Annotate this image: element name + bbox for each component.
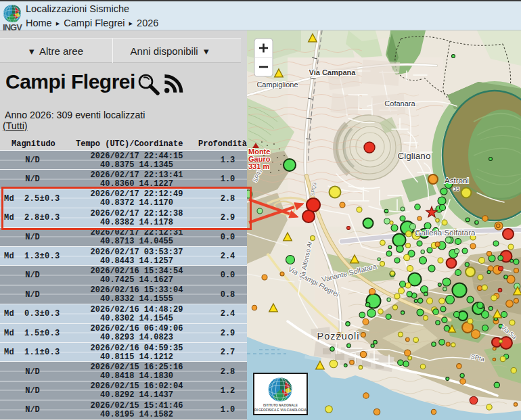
svg-text:Pozzuoli: Pozzuoli [317, 331, 360, 342]
svg-text:Galleria Solfatara: Galleria Solfatara [415, 229, 476, 237]
svg-text:Cigliano: Cigliano [398, 151, 431, 161]
svg-text:Cofanara: Cofanara [384, 99, 415, 108]
svg-text:Astroni: Astroni [445, 177, 469, 185]
svg-text:DI GEOFISICA E VULCANOLOGIA: DI GEOFISICA E VULCANOLOGIA [254, 409, 307, 412]
svg-text:35: 35 [453, 186, 459, 192]
svg-text:ISTITUTO NAZIONALE: ISTITUTO NAZIONALE [263, 404, 298, 407]
svg-text:Campiglione: Campiglione [256, 80, 298, 89]
svg-text:331 m: 331 m [248, 162, 269, 170]
svg-text:Via Campana: Via Campana [309, 68, 357, 76]
svg-text:INGV: INGV [3, 22, 22, 31]
